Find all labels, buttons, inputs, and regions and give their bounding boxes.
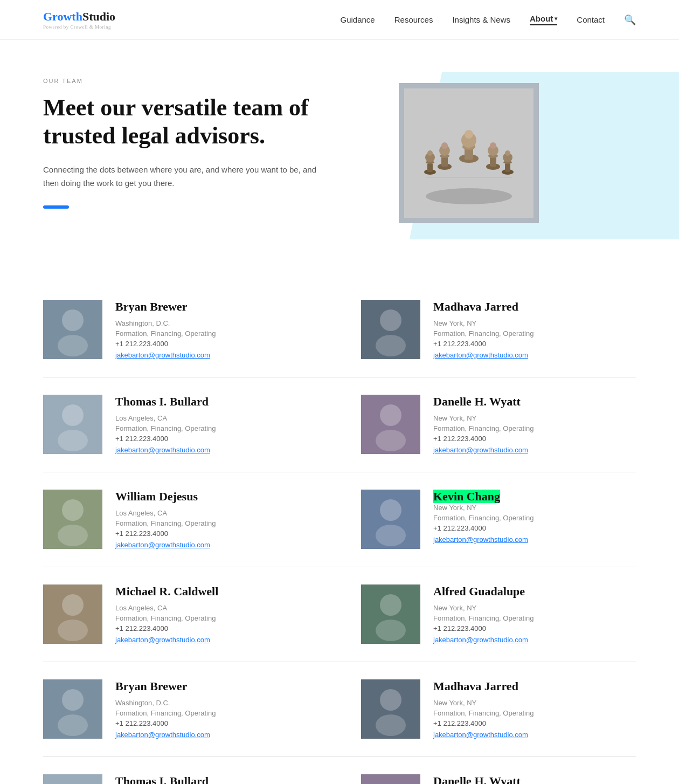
chevron-down-icon: ▾	[555, 16, 557, 22]
svg-point-11	[441, 142, 448, 149]
team-photo	[361, 679, 420, 739]
svg-point-53	[62, 689, 84, 711]
team-specialty: Formation, Financing, Operating	[115, 519, 318, 527]
team-phone: +1 212.223.4000	[433, 435, 636, 443]
hero-text: OUR TEAM Meet our versatile team of trus…	[43, 72, 323, 209]
team-card: Madhava Jarred New York, NY Formation, F…	[340, 662, 636, 757]
team-member-name: Danelle H. Wyatt	[433, 395, 636, 409]
nav-insights[interactable]: Insights & News	[452, 15, 510, 24]
svg-rect-18	[427, 163, 433, 172]
team-phone: +1 212.223.4000	[433, 624, 636, 632]
svg-point-26	[505, 150, 510, 156]
team-card: Thomas I. Bullard Los Angeles, CA Format…	[43, 757, 340, 784]
team-email[interactable]: jakebarton@growthstudio.com	[433, 351, 528, 359]
team-photo	[361, 490, 420, 549]
logo-growth: Growth	[43, 10, 82, 23]
nav-contact[interactable]: Contact	[577, 15, 605, 24]
person-photo-svg	[43, 584, 102, 644]
team-specialty: Formation, Financing, Operating	[433, 709, 636, 717]
team-phone: +1 212.223.4000	[433, 524, 636, 532]
team-email[interactable]: jakebarton@growthstudio.com	[115, 636, 210, 644]
navbar: GrowthStudio Powered by Crowell & Moring…	[0, 0, 679, 40]
team-specialty: Formation, Financing, Operating	[115, 329, 318, 338]
team-specialty: Formation, Financing, Operating	[115, 614, 318, 622]
person-photo-svg	[361, 679, 420, 739]
svg-point-32	[380, 310, 401, 331]
svg-point-16	[490, 142, 496, 149]
nav-links: Guidance Resources Insights & News About…	[341, 14, 636, 26]
team-photo	[43, 774, 102, 784]
person-photo-svg	[361, 774, 420, 784]
team-specialty: Formation, Financing, Operating	[433, 514, 636, 522]
nav-resources[interactable]: Resources	[394, 15, 433, 24]
svg-point-30	[58, 335, 88, 356]
team-phone: +1 212.223.4000	[115, 719, 318, 727]
team-email[interactable]: jakebarton@growthstudio.com	[115, 731, 210, 739]
nav-about[interactable]: About ▾	[530, 14, 557, 25]
person-photo-svg	[43, 300, 102, 359]
svg-point-21	[427, 150, 433, 156]
svg-point-45	[376, 525, 406, 546]
team-card: Alfred Guadalupe New York, NY Formation,…	[340, 567, 636, 662]
team-section: Bryan Brewer Washington, D.C. Formation,…	[0, 261, 679, 784]
team-info: Madhava Jarred New York, NY Formation, F…	[433, 300, 636, 360]
team-location: New York, NY	[433, 414, 636, 422]
team-location: New York, NY	[433, 699, 636, 707]
team-info: Kevin Chang New York, NY Formation, Fina…	[433, 490, 636, 544]
team-member-name: Thomas I. Bullard	[115, 395, 318, 409]
hero-label: OUR TEAM	[43, 78, 323, 84]
team-card: Danelle H. Wyatt New York, NY Formation,…	[340, 757, 636, 784]
nav-about-label: About	[530, 14, 553, 23]
team-member-name: Madhava Jarred	[433, 679, 636, 693]
hero-section: OUR TEAM Meet our versatile team of trus…	[0, 40, 679, 261]
team-card: Danelle H. Wyatt New York, NY Formation,…	[340, 377, 636, 472]
team-phone: +1 212.223.4000	[115, 624, 318, 632]
svg-point-47	[62, 594, 84, 616]
team-info: William Dejesus Los Angeles, CA Formatio…	[115, 490, 318, 549]
team-specialty: Formation, Financing, Operating	[433, 329, 636, 338]
team-email[interactable]: jakebarton@growthstudio.com	[433, 446, 528, 454]
team-info: Thomas I. Bullard Los Angeles, CA Format…	[115, 774, 318, 784]
team-email[interactable]: jakebarton@growthstudio.com	[115, 446, 210, 454]
team-email[interactable]: jakebarton@growthstudio.com	[115, 541, 210, 549]
hero-title: Meet our versatile team of trusted legal…	[43, 94, 323, 150]
team-email[interactable]: jakebarton@growthstudio.com	[433, 636, 528, 644]
logo-studio: Studio	[82, 10, 115, 23]
team-location: Washington, D.C.	[115, 699, 318, 707]
person-photo-svg	[361, 490, 420, 549]
team-photo	[43, 300, 102, 359]
team-email[interactable]: jakebarton@growthstudio.com	[115, 351, 210, 359]
svg-point-29	[62, 310, 84, 331]
team-info: Alfred Guadalupe New York, NY Formation,…	[433, 584, 636, 644]
team-member-name: Bryan Brewer	[115, 300, 318, 314]
svg-point-39	[376, 430, 406, 451]
team-photo	[43, 679, 102, 739]
logo[interactable]: GrowthStudio Powered by Crowell & Moring	[43, 10, 115, 30]
team-member-name: Kevin Chang	[433, 490, 500, 503]
team-card: Madhava Jarred New York, NY Formation, F…	[340, 283, 636, 377]
team-info: Madhava Jarred New York, NY Formation, F…	[433, 679, 636, 739]
svg-point-48	[58, 620, 88, 641]
person-photo-svg	[43, 774, 102, 784]
person-photo-svg	[361, 395, 420, 454]
team-member-name: William Dejesus	[115, 490, 318, 504]
team-location: New York, NY	[433, 604, 636, 612]
team-info: Bryan Brewer Washington, D.C. Formation,…	[115, 300, 318, 360]
svg-rect-13	[490, 157, 496, 167]
svg-rect-61	[361, 774, 420, 784]
svg-point-51	[376, 620, 406, 641]
team-location: Los Angeles, CA	[115, 509, 318, 517]
team-specialty: Formation, Financing, Operating	[433, 614, 636, 622]
team-email[interactable]: jakebarton@growthstudio.com	[433, 535, 528, 544]
svg-point-38	[380, 404, 401, 426]
team-location: Los Angeles, CA	[115, 414, 318, 422]
team-member-name: Bryan Brewer	[115, 679, 318, 693]
nav-guidance[interactable]: Guidance	[341, 15, 375, 24]
search-icon[interactable]: 🔍	[624, 14, 636, 26]
team-location: Los Angeles, CA	[115, 604, 318, 612]
team-email[interactable]: jakebarton@growthstudio.com	[433, 731, 528, 739]
svg-point-36	[58, 430, 88, 451]
person-photo-svg	[43, 679, 102, 739]
person-photo-svg	[43, 490, 102, 549]
person-photo-svg	[43, 395, 102, 454]
